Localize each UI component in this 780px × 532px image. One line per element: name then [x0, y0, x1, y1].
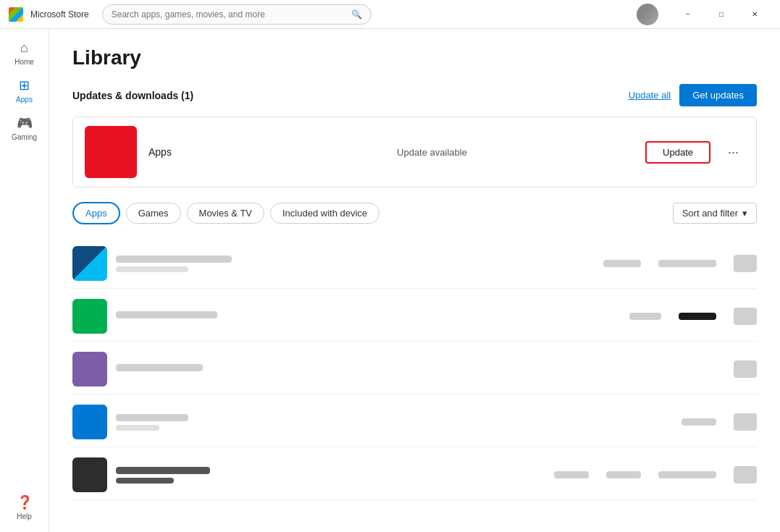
app-body: ⌂ Home ⊞ Apps 🎮 Gaming ❓ Help Library Up…: [0, 29, 780, 532]
row-right: [734, 360, 757, 378]
app-info: [116, 467, 545, 484]
list-item[interactable]: [72, 397, 757, 447]
skeleton-dark: [679, 313, 716, 320]
close-button[interactable]: ✕: [738, 4, 771, 25]
app-sub-skeleton: [116, 266, 188, 272]
sidebar-label-gaming: Gaming: [12, 133, 37, 141]
app-info: [116, 256, 595, 272]
filter-tab-games[interactable]: Games: [126, 203, 181, 224]
update-button[interactable]: Update: [645, 141, 710, 164]
update-item-name: Apps: [148, 146, 385, 158]
skeleton-meta: [603, 260, 641, 267]
app-info: [116, 414, 673, 431]
app-sub-skeleton: [116, 478, 174, 484]
app-info: [116, 364, 725, 375]
updates-header: Updates & downloads (1) Update all Get u…: [72, 84, 757, 106]
app-name: Microsoft Store: [30, 9, 89, 20]
app-info: [116, 311, 621, 322]
search-icon: 🔍: [351, 9, 362, 20]
app-name-skeleton: [116, 414, 188, 421]
sort-filter-label: Sort and filter: [682, 208, 738, 219]
app-name-skeleton: [116, 364, 203, 371]
window-controls: − □ ✕: [671, 4, 771, 25]
app-list: [72, 239, 757, 500]
update-item-status: Update available: [397, 147, 634, 158]
list-item[interactable]: [72, 292, 757, 342]
chevron-down-icon: ▾: [742, 208, 747, 219]
skeleton-meta2: [606, 471, 641, 478]
update-all-button[interactable]: Update all: [629, 90, 671, 101]
row-right: [629, 308, 757, 325]
minimize-button[interactable]: −: [671, 4, 705, 25]
action-skeleton: [734, 466, 757, 484]
help-icon: ❓: [17, 494, 33, 510]
title-bar: Microsoft Store 🔍 − □ ✕: [0, 0, 780, 29]
filter-tabs: Apps Games Movies & TV Included with dev…: [72, 202, 757, 224]
ms-store-logo: [9, 7, 23, 22]
sidebar-item-home[interactable]: ⌂ Home: [0, 35, 49, 72]
update-item: Apps Update available Update ···: [72, 117, 757, 187]
app-name-skeleton: [116, 467, 210, 474]
updates-actions: Update all Get updates: [629, 84, 757, 106]
updates-title: Updates & downloads (1): [72, 90, 193, 101]
app-icon: [72, 405, 107, 439]
app-icon: [72, 246, 107, 281]
avatar[interactable]: [637, 4, 658, 25]
sidebar-item-apps[interactable]: ⊞ Apps: [0, 72, 49, 109]
filter-tab-apps[interactable]: Apps: [72, 202, 120, 224]
app-icon: [72, 352, 107, 387]
update-item-icon: [85, 126, 137, 178]
search-bar[interactable]: 🔍: [102, 4, 372, 25]
list-item[interactable]: [72, 239, 757, 289]
skeleton-meta3: [658, 471, 716, 478]
skeleton-meta2: [658, 260, 716, 267]
skeleton-meta: [629, 313, 661, 320]
home-icon: ⌂: [20, 41, 28, 56]
sidebar-label-apps: Apps: [16, 96, 33, 104]
skeleton-meta: [682, 418, 716, 426]
sidebar-item-help[interactable]: ❓ Help: [14, 489, 35, 526]
maximize-button[interactable]: □: [705, 4, 738, 25]
skeleton-meta: [554, 471, 589, 478]
sidebar-label-home: Home: [14, 58, 34, 66]
apps-icon: ⊞: [19, 77, 30, 93]
row-right: [603, 255, 757, 272]
sidebar: ⌂ Home ⊞ Apps 🎮 Gaming ❓ Help: [0, 29, 49, 532]
search-input[interactable]: [112, 9, 345, 20]
sidebar-label-help: Help: [17, 512, 32, 520]
app-sub-skeleton: [116, 425, 159, 431]
app-name-skeleton: [116, 256, 232, 263]
app-name-skeleton: [116, 311, 217, 318]
filter-tab-included[interactable]: Included with device: [270, 203, 379, 224]
row-right: [682, 413, 757, 431]
action-skeleton: [734, 308, 757, 325]
app-icon: [72, 457, 107, 492]
list-item[interactable]: [72, 345, 757, 394]
action-skeleton: [734, 360, 757, 378]
get-updates-button[interactable]: Get updates: [679, 84, 757, 106]
gaming-icon: 🎮: [17, 115, 33, 131]
row-right: [554, 466, 757, 484]
main-content: Library Updates & downloads (1) Update a…: [49, 29, 780, 532]
sidebar-item-gaming[interactable]: 🎮 Gaming: [0, 109, 49, 147]
more-options-button[interactable]: ···: [722, 142, 745, 163]
action-skeleton: [734, 255, 757, 272]
list-item[interactable]: [72, 450, 757, 500]
filter-tab-movies[interactable]: Movies & TV: [187, 203, 264, 224]
sort-filter-button[interactable]: Sort and filter ▾: [673, 203, 757, 224]
page-title: Library: [72, 46, 757, 69]
action-skeleton: [734, 413, 757, 431]
app-icon: [72, 299, 107, 334]
